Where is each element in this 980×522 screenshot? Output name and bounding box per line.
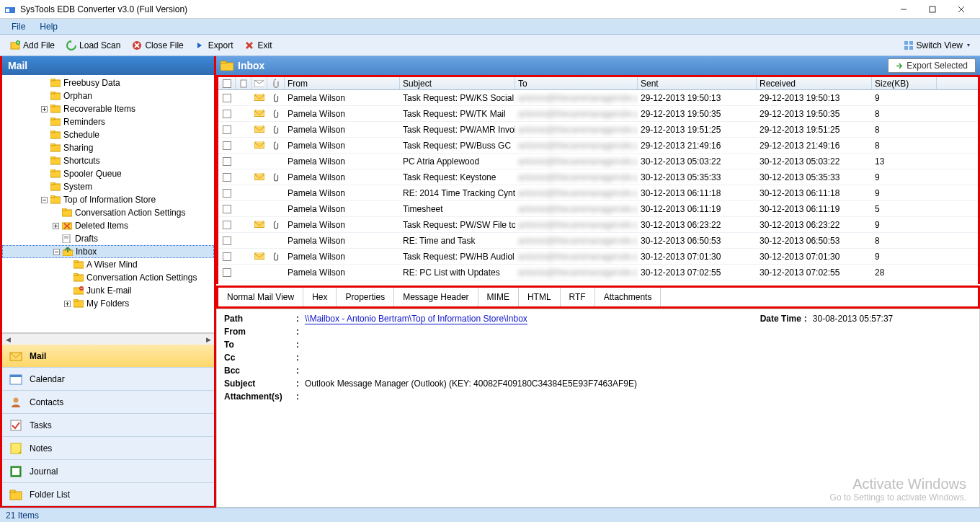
tab-hex[interactable]: Hex <box>303 288 337 306</box>
tree-item-sharing[interactable]: Sharing <box>2 141 214 154</box>
export-button[interactable]: Export <box>190 38 239 53</box>
row-checkbox[interactable] <box>218 185 236 200</box>
tab-properties[interactable]: Properties <box>337 288 394 306</box>
collapse-icon[interactable] <box>40 195 49 205</box>
row-checkbox[interactable] <box>218 122 236 137</box>
load-scan-button[interactable]: Load Scan <box>61 38 126 53</box>
tree-item-schedule[interactable]: Schedule <box>2 128 214 141</box>
inbox-icon <box>63 247 73 256</box>
exit-button[interactable]: Exit <box>239 38 277 53</box>
email-row[interactable]: Pamela WilsonTask Request: PW/AMR Invoi.… <box>218 122 978 138</box>
nav-notes[interactable]: Notes <box>2 437 214 460</box>
row-checkbox[interactable] <box>218 106 236 121</box>
email-row[interactable]: Pamela WilsonTask Request: PW/KS Social … <box>218 90 978 106</box>
row-checkbox[interactable] <box>218 217 236 232</box>
tab-attachments[interactable]: Attachments <box>595 288 662 306</box>
tab-normal-mail-view[interactable]: Normal Mail View <box>218 288 303 306</box>
tab-html[interactable]: HTML <box>519 288 561 306</box>
preview-path-link-rest[interactable]: - Antonio Bertram\Top of Information Sto… <box>339 314 527 324</box>
menu-file[interactable]: File <box>4 20 32 33</box>
left-header-mail: Mail <box>2 56 214 75</box>
header-flag-icon[interactable] <box>236 77 251 89</box>
expand-icon[interactable] <box>63 299 72 309</box>
close-button[interactable] <box>947 0 976 19</box>
email-row[interactable]: Pamela WilsonTask Request: Keystoneanton… <box>218 169 978 185</box>
row-checkbox[interactable] <box>218 154 236 169</box>
close-file-button[interactable]: Close File <box>126 38 189 53</box>
header-sent[interactable]: Sent <box>638 77 757 89</box>
tree-item-drafts[interactable]: Drafts <box>2 232 214 245</box>
row-checkbox[interactable] <box>218 265 236 280</box>
tree-item-conversation-action-settings[interactable]: Conversation Action Settings <box>2 206 214 219</box>
row-checkbox[interactable] <box>218 169 236 185</box>
header-size[interactable]: Size(KB) <box>872 77 937 89</box>
tree-horizontal-scrollbar[interactable]: ◀ ▶ <box>2 333 214 345</box>
email-row[interactable]: Pamela WilsonTask Request: PW/Buss GCant… <box>218 138 978 154</box>
email-row[interactable]: Pamela WilsonTimesheetantonio@thecareman… <box>218 201 978 217</box>
right-column: Inbox Export Selected From Subject To Se… <box>216 56 980 508</box>
row-checkbox[interactable] <box>218 201 236 216</box>
row-received: 29-12-2013 21:49:16 <box>757 138 872 153</box>
tree-item-orphan[interactable]: Orphan <box>2 89 214 102</box>
tree-item-system[interactable]: System <box>2 180 214 193</box>
header-subject[interactable]: Subject <box>400 77 515 89</box>
header-received[interactable]: Received <box>757 77 872 89</box>
tab-rtf[interactable]: RTF <box>561 288 595 306</box>
tree-item-label: A Wiser Mind <box>86 260 138 270</box>
folder-icon <box>50 143 61 152</box>
nav-contacts[interactable]: Contacts <box>2 391 214 414</box>
row-attachment-icon <box>267 217 285 232</box>
row-checkbox[interactable] <box>218 233 236 248</box>
email-row[interactable]: Pamela WilsonRE: Time and Taskantonio@th… <box>218 233 978 249</box>
email-row[interactable]: Pamela WilsonRE: 2014 Time Tracking Cynt… <box>218 185 978 201</box>
row-to: antonio@thecaremanagersite.c... <box>515 106 638 121</box>
nav-folder-list[interactable]: Folder List <box>2 483 214 506</box>
nav-tasks[interactable]: Tasks <box>2 414 214 437</box>
scroll-right-icon[interactable]: ▶ <box>202 336 214 343</box>
tree-item-recoverable-items[interactable]: Recoverable Items <box>2 102 214 115</box>
nav-calendar[interactable]: Calendar <box>2 368 214 391</box>
nav-journal[interactable]: Journal <box>2 460 214 483</box>
tree-item-a-wiser-mind[interactable]: A Wiser Mind <box>2 258 214 271</box>
expand-icon[interactable] <box>51 221 61 231</box>
menu-help[interactable]: Help <box>32 20 65 33</box>
email-row[interactable]: Pamela WilsonTask Request: PW/SW File to… <box>218 217 978 233</box>
row-checkbox[interactable] <box>218 249 236 264</box>
add-file-button[interactable]: Add File <box>4 38 61 53</box>
row-checkbox[interactable] <box>218 90 236 105</box>
email-row[interactable]: Pamela WilsonRE: PC List with Updatesant… <box>218 265 978 280</box>
tree-item-spooler-queue[interactable]: Spooler Queue <box>2 167 214 180</box>
header-envelope-icon[interactable] <box>251 77 267 89</box>
tree-item-reminders[interactable]: Reminders <box>2 115 214 128</box>
switch-view-button[interactable]: Switch View ▾ <box>898 38 976 53</box>
scroll-left-icon[interactable]: ◀ <box>2 336 14 343</box>
tab-mime[interactable]: MIME <box>478 288 519 306</box>
header-checkbox[interactable] <box>218 77 236 89</box>
header-from[interactable]: From <box>285 77 400 89</box>
maximize-button[interactable] <box>918 0 947 19</box>
expand-icon[interactable] <box>40 105 49 114</box>
tree-item-freebusy-data[interactable]: Freebusy Data <box>2 76 214 89</box>
nav-mail[interactable]: Mail <box>2 345 214 368</box>
grid-body[interactable]: Pamela WilsonTask Request: PW/KS Social … <box>218 90 978 284</box>
tree-item-deleted-items[interactable]: Deleted Items <box>2 219 214 232</box>
header-attachment-icon[interactable] <box>267 77 285 89</box>
email-row[interactable]: Pamela WilsonTask Request: PW/TK Mailant… <box>218 106 978 122</box>
tree-item-top-of-information-store[interactable]: Top of Information Store <box>2 193 214 206</box>
tree-item-junk-e-mail[interactable]: Junk E-mail <box>2 284 214 297</box>
export-selected-button[interactable]: Export Selected <box>888 58 976 73</box>
collapse-icon[interactable] <box>52 247 61 257</box>
tree-item-shortcuts[interactable]: Shortcuts <box>2 154 214 167</box>
header-to[interactable]: To <box>515 77 638 89</box>
tab-message-header[interactable]: Message Header <box>394 288 478 306</box>
minimize-button[interactable] <box>889 0 918 19</box>
tree-item-my-folders[interactable]: My Folders <box>2 297 214 310</box>
tree-item-inbox[interactable]: Inbox <box>2 245 214 258</box>
folder-tree[interactable]: Freebusy DataOrphanRecoverable ItemsRemi… <box>2 75 214 333</box>
preview-path-label: Path <box>224 312 296 325</box>
preview-path-link-prefix[interactable]: \\Mailbox <box>305 314 339 324</box>
tree-item-conversation-action-settings[interactable]: Conversation Action Settings <box>2 271 214 284</box>
row-checkbox[interactable] <box>218 138 236 153</box>
email-row[interactable]: Pamela WilsonPC Atria Applewoodantonio@t… <box>218 154 978 169</box>
email-row[interactable]: Pamela WilsonTask Request: PW/HB Audiol.… <box>218 249 978 265</box>
